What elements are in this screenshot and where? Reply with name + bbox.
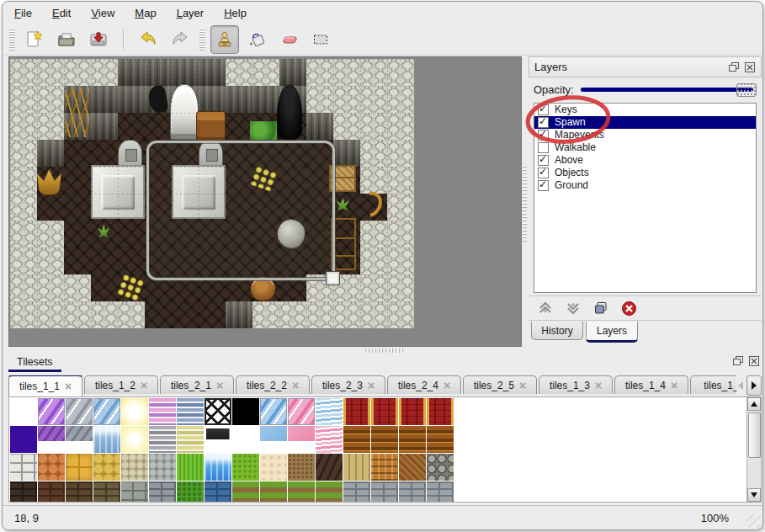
tileset-tile[interactable]: [121, 481, 148, 503]
tileset-tab-tiles_1_4[interactable]: tiles_1_4×: [614, 375, 688, 394]
scrollbar-thumb[interactable]: [748, 412, 761, 458]
horizontal-splitter[interactable]: [3, 347, 762, 354]
duplicate-layer-icon[interactable]: [592, 300, 609, 317]
tileset-tile[interactable]: [121, 426, 148, 453]
tileset-tile[interactable]: [343, 398, 370, 425]
layer-row-ground[interactable]: Ground: [534, 179, 756, 192]
tileset-tile[interactable]: [121, 454, 148, 481]
tileset-tile[interactable]: [93, 398, 120, 425]
tileset-tile[interactable]: [260, 454, 287, 481]
layer-checkbox-mapevents[interactable]: [538, 130, 549, 141]
tileset-tile[interactable]: [205, 398, 231, 425]
tileset-tile[interactable]: [66, 481, 93, 503]
tileset-tile[interactable]: [260, 398, 287, 425]
restore-icon[interactable]: [732, 355, 744, 366]
tileset-tile[interactable]: [66, 398, 93, 425]
tileset-tile[interactable]: [371, 398, 398, 425]
tileset-tab-tiles_1_[interactable]: tiles_1_×: [690, 375, 739, 394]
layer-row-keys[interactable]: Keys: [534, 104, 756, 116]
tileset-tile[interactable]: [38, 481, 65, 503]
map-canvas[interactable]: [10, 59, 414, 328]
tileset-tile[interactable]: [399, 426, 426, 453]
move-layer-up-icon[interactable]: [537, 300, 554, 317]
delete-layer-icon[interactable]: [620, 300, 637, 317]
tileset-tile[interactable]: [343, 481, 370, 503]
tileset-tile[interactable]: [260, 426, 287, 453]
menu-layer[interactable]: Layer: [177, 7, 205, 19]
redo-button[interactable]: [166, 25, 194, 54]
tileset-tile[interactable]: [10, 481, 37, 503]
tileset-tile[interactable]: [93, 426, 120, 453]
tab-close-icon[interactable]: ×: [519, 381, 526, 390]
palette-scrollbar[interactable]: [746, 397, 761, 502]
tileset-tile[interactable]: [205, 481, 231, 503]
tileset-tile[interactable]: [232, 398, 259, 425]
tileset-tile[interactable]: [10, 454, 37, 481]
fill-tool-button[interactable]: [242, 25, 271, 54]
tileset-tile[interactable]: [371, 481, 398, 503]
tileset-tile[interactable]: [427, 426, 454, 453]
tileset-tile[interactable]: [427, 481, 454, 503]
close-icon[interactable]: [748, 355, 760, 366]
undo-button[interactable]: [134, 25, 162, 54]
tab-close-icon[interactable]: ×: [65, 382, 72, 391]
tab-close-icon[interactable]: ×: [444, 381, 450, 390]
selection-resize-handle[interactable]: [326, 271, 340, 285]
tileset-tile[interactable]: [149, 454, 176, 481]
tileset-tab-tiles_2_1[interactable]: tiles_2_1×: [160, 375, 234, 394]
window-resize-grip[interactable]: [746, 513, 761, 528]
tileset-tile[interactable]: [38, 454, 65, 481]
stamp-tool-button[interactable]: [210, 25, 239, 54]
menu-edit[interactable]: Edit: [52, 7, 71, 19]
tileset-tab-tiles_2_5[interactable]: tiles_2_5×: [463, 375, 537, 394]
tileset-tile[interactable]: [316, 398, 343, 425]
layer-checkbox-keys[interactable]: [538, 104, 549, 115]
tileset-tab-tiles_2_4[interactable]: tiles_2_4×: [387, 375, 461, 394]
tileset-tab-tiles_1_3[interactable]: tiles_1_3×: [539, 375, 613, 394]
toolbar-grip[interactable]: [199, 29, 205, 51]
tileset-tile[interactable]: [288, 426, 315, 453]
tileset-tile[interactable]: [288, 398, 315, 425]
tileset-tile[interactable]: [288, 481, 315, 503]
tileset-tile[interactable]: [371, 426, 398, 453]
tileset-tile[interactable]: [399, 398, 426, 425]
tileset-tile[interactable]: [205, 426, 231, 453]
tileset-tile[interactable]: [121, 398, 148, 425]
tileset-tab-tiles_1_2[interactable]: tiles_1_2×: [84, 375, 158, 394]
eraser-tool-button[interactable]: [274, 25, 303, 54]
layer-checkbox-objects[interactable]: [538, 168, 549, 178]
vertical-splitter[interactable]: [522, 56, 529, 347]
dock-tab-history[interactable]: History: [531, 322, 583, 340]
scroll-tabs-left-icon[interactable]: [738, 381, 743, 390]
tileset-tile[interactable]: [38, 426, 65, 453]
layer-row-objects[interactable]: Objects: [534, 167, 756, 179]
scroll-up-button[interactable]: [747, 397, 761, 411]
menu-view[interactable]: View: [91, 7, 114, 19]
open-map-button[interactable]: [52, 25, 81, 54]
layer-row-walkable[interactable]: Walkable: [534, 141, 756, 154]
tileset-tile[interactable]: [399, 481, 426, 503]
tab-close-icon[interactable]: ×: [292, 381, 299, 390]
tileset-tile[interactable]: [177, 398, 204, 425]
layer-row-above[interactable]: Above: [534, 154, 756, 167]
tileset-tile[interactable]: [205, 454, 231, 481]
tileset-tile[interactable]: [232, 454, 259, 481]
tileset-tile[interactable]: [343, 454, 370, 481]
tileset-tile[interactable]: [93, 454, 120, 481]
layer-row-spawn[interactable]: Spawn: [534, 116, 756, 129]
layer-checkbox-ground[interactable]: [538, 180, 549, 191]
tileset-tile[interactable]: [316, 426, 343, 453]
tileset-tile[interactable]: [38, 398, 65, 425]
toolbar-grip[interactable]: [9, 29, 15, 51]
tileset-tile[interactable]: [427, 454, 454, 481]
tileset-tile[interactable]: [149, 481, 176, 503]
tileset-tile[interactable]: [10, 426, 37, 453]
tileset-tile[interactable]: [66, 454, 93, 481]
rect-select-tool-button[interactable]: [306, 25, 335, 54]
tileset-tab-tiles_2_2[interactable]: tiles_2_2×: [236, 375, 310, 394]
tab-close-icon[interactable]: ×: [368, 381, 375, 390]
tileset-tile[interactable]: [177, 454, 204, 481]
tileset-tile[interactable]: [427, 398, 454, 425]
tab-close-icon[interactable]: ×: [141, 381, 147, 390]
tileset-tile[interactable]: [260, 481, 287, 503]
